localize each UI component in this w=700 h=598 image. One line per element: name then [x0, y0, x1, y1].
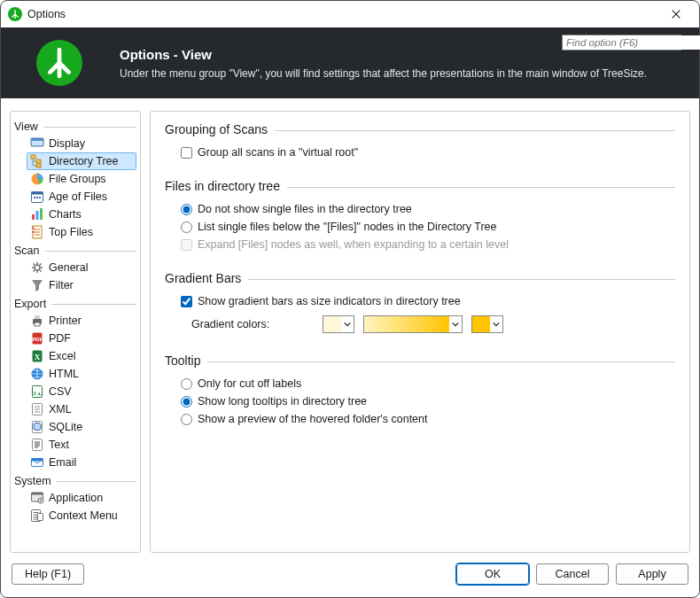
- sidebar-item-label: XML: [49, 403, 72, 415]
- html-icon: [30, 367, 44, 381]
- sidebar-item-label: Filter: [49, 279, 74, 291]
- sidebar-group-view: View: [14, 119, 136, 135]
- chevron-down-icon: [490, 320, 502, 329]
- gradient-show-checkbox[interactable]: [181, 296, 192, 307]
- gradient-colors-label: Gradient colors:: [191, 318, 269, 330]
- sidebar-item-csv[interactable]: CSV: [27, 383, 136, 400]
- main-panel: Grouping of Scans Group all scans in a "…: [150, 111, 690, 553]
- files-expand-label: Expand [Files] nodes as well, when expan…: [198, 238, 509, 251]
- tooltip-opt1-radio[interactable]: [181, 378, 192, 390]
- sidebar-item-label: HTML: [49, 368, 79, 380]
- gradient-show-label: Show gradient bars as size indicators in…: [198, 295, 461, 307]
- sidebar-item-excel[interactable]: Excel: [27, 347, 136, 365]
- group-all-row[interactable]: Group all scans in a "virtual root": [165, 144, 675, 161]
- section-title-tooltip: Tooltip: [165, 353, 207, 368]
- text-icon: [30, 438, 44, 452]
- sidebar-item-html[interactable]: HTML: [27, 365, 136, 383]
- section-gradient: Gradient Bars Show gradient bars as size…: [165, 271, 675, 336]
- tooltip-opt3-radio[interactable]: [181, 414, 192, 425]
- gear-icon: [30, 260, 44, 275]
- sidebar-item-xml[interactable]: XML: [27, 400, 136, 418]
- app-icon: [8, 7, 22, 21]
- help-button[interactable]: Help (F1): [12, 563, 84, 585]
- tooltip-opt1-row[interactable]: Only for cut off labels: [165, 375, 675, 392]
- sidebar-item-display[interactable]: Display: [27, 135, 136, 152]
- sidebar-item-label: Display: [49, 137, 85, 150]
- display-icon: [30, 136, 44, 151]
- footer: Help (F1) OK Cancel Apply: [1, 558, 699, 597]
- files-opt2-radio[interactable]: [181, 221, 192, 233]
- sidebar-item-label: Excel: [49, 350, 76, 362]
- sidebar-item-printer[interactable]: Printer: [27, 312, 136, 330]
- section-files: Files in directory tree Do not show sing…: [165, 179, 675, 253]
- contextmenu-icon: [30, 509, 44, 523]
- gradient-color2-picker[interactable]: [471, 315, 503, 333]
- ok-button[interactable]: OK: [456, 563, 529, 585]
- sidebar-item-label: File Groups: [49, 173, 106, 185]
- body: ViewDisplayDirectory TreeFile GroupsAge …: [1, 98, 699, 558]
- header-band: Options - View Under the menu group "Vie…: [1, 27, 699, 98]
- csv-icon: [30, 384, 44, 399]
- sidebar-group-label: Export: [14, 298, 51, 310]
- tooltip-opt1-label: Only for cut off labels: [198, 377, 301, 390]
- close-icon: [671, 9, 681, 19]
- chevron-down-icon: [449, 320, 462, 329]
- application-icon: [30, 491, 44, 505]
- files-opt1-radio[interactable]: [181, 204, 192, 215]
- header-description: Under the menu group "View", you will fi…: [120, 67, 681, 80]
- sidebar-item-filter[interactable]: Filter: [27, 276, 136, 294]
- sidebar-group-label: View: [14, 120, 43, 133]
- sidebar-item-file-groups[interactable]: File Groups: [27, 170, 136, 188]
- sidebar-item-context-menu[interactable]: Context Menu: [27, 507, 136, 524]
- cancel-button[interactable]: Cancel: [536, 563, 609, 585]
- tooltip-opt2-radio[interactable]: [181, 396, 192, 408]
- printer-icon: [30, 314, 44, 328]
- pdf-icon: [30, 331, 44, 346]
- tooltip-opt3-row[interactable]: Show a preview of the hovered folder's c…: [165, 410, 675, 428]
- apply-button[interactable]: Apply: [616, 563, 688, 585]
- header-icon: [36, 40, 82, 86]
- window-close-button[interactable]: [660, 2, 692, 27]
- excel-icon: [30, 349, 44, 363]
- sidebar-item-charts[interactable]: Charts: [27, 206, 136, 223]
- files-expand-row: Expand [Files] nodes as well, when expan…: [165, 236, 675, 253]
- search-input[interactable]: [563, 35, 700, 50]
- tooltip-opt3-label: Show a preview of the hovered folder's c…: [198, 413, 428, 425]
- gradient-show-row[interactable]: Show gradient bars as size indicators in…: [165, 292, 675, 310]
- tooltip-opt2-row[interactable]: Show long tooltips in directory tree: [165, 392, 675, 410]
- sidebar-item-directory-tree[interactable]: Directory Tree: [27, 152, 136, 170]
- funnel-icon: [30, 278, 44, 292]
- find-option-search[interactable]: [562, 35, 681, 50]
- sidebar-item-sqlite[interactable]: SQLite: [27, 418, 136, 436]
- sidebar-group-label: Scan: [14, 245, 45, 257]
- sidebar-item-pdf[interactable]: PDF: [27, 330, 136, 347]
- sidebar-item-label: Printer: [49, 315, 82, 327]
- files-opt1-label: Do not show single files in the director…: [198, 203, 412, 215]
- sidebar-item-label: Directory Tree: [49, 155, 119, 167]
- section-tooltip: Tooltip Only for cut off labels Show lon…: [165, 353, 675, 428]
- files-opt2-row[interactable]: List single files below the "[Files]" no…: [165, 218, 675, 236]
- sidebar-item-text[interactable]: Text: [27, 436, 136, 454]
- gradient-preview-picker[interactable]: [363, 315, 463, 333]
- sidebar-item-age-of-files[interactable]: Age of Files: [27, 188, 136, 206]
- files-opt1-row[interactable]: Do not show single files in the director…: [165, 200, 675, 218]
- section-title-files: Files in directory tree: [165, 179, 287, 193]
- files-opt2-label: List single files below the "[Files]" no…: [198, 221, 497, 233]
- sidebar-item-label: Charts: [49, 208, 82, 221]
- group-all-checkbox[interactable]: [181, 147, 192, 159]
- sidebar-item-general[interactable]: General: [27, 259, 136, 276]
- sidebar-item-label: General: [49, 261, 88, 274]
- window-title: Options: [27, 8, 66, 20]
- sidebar-group-label: System: [14, 475, 57, 487]
- sidebar-item-top-files[interactable]: Top Files: [27, 223, 136, 241]
- calendar-icon: [30, 190, 44, 204]
- section-grouping: Grouping of Scans Group all scans in a "…: [165, 122, 675, 161]
- tree-icon: [30, 154, 44, 168]
- tooltip-opt2-label: Show long tooltips in directory tree: [198, 395, 367, 408]
- sidebar-item-email[interactable]: Email: [27, 454, 136, 471]
- group-all-label: Group all scans in a "virtual root": [198, 146, 358, 159]
- barchart-icon: [30, 207, 44, 221]
- sidebar-item-label: Top Files: [49, 226, 93, 238]
- gradient-color1-picker[interactable]: [323, 315, 354, 333]
- sidebar-item-application[interactable]: Application: [27, 489, 136, 507]
